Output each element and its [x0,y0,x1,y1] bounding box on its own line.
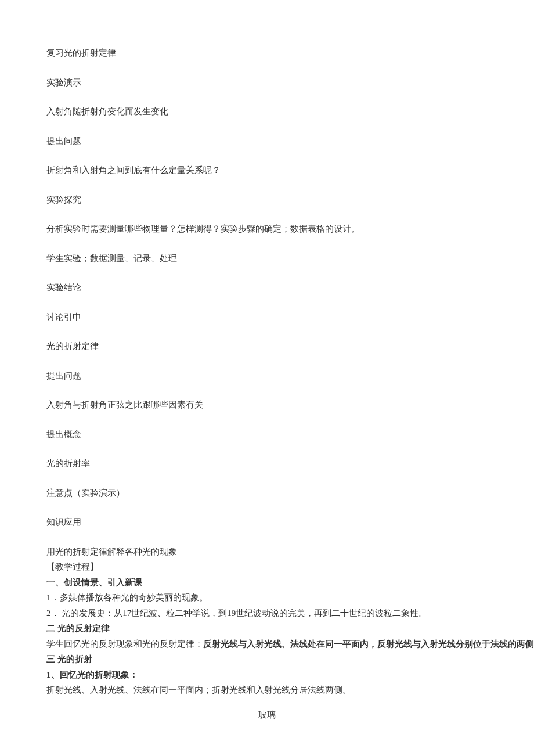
text-line-mixed: 学生回忆光的反射现象和光的反射定律：反射光线与入射光线、法线处在同一平面内，反射… [46,638,488,651]
text-line: 注意点（实验演示） [46,487,488,500]
sub-heading: 1、回忆光的折射现象： [46,668,488,682]
text-line: 2． 光的发展史：从17世纪波、粒二种学说，到19世纪波动说的完美，再到二十世纪… [46,607,488,620]
text-line: 提出问题 [46,135,488,148]
text-line: 提出问题 [46,369,488,383]
text-line: 提出概念 [46,428,488,441]
text-line: 学生实验；数据测量、记录、处理 [46,252,488,265]
text-line: 光的折射率 [46,457,488,470]
text-line: 入射角与折射角正弦之比跟哪些因素有关 [46,398,488,412]
section-heading: 一、创设情景、引入新课 [46,576,488,589]
text-line: 折射光线、入射光线、法线在同一平面内；折射光线和入射光线分居法线两侧。 [46,683,488,697]
text-line: 入射角随折射角变化而发生变化 [46,105,488,118]
text-line: 1．多媒体播放各种光的奇妙美丽的现象。 [46,591,488,604]
text-line: 光的折射定律 [46,340,488,353]
section-marker: 【教学过程】 [46,560,488,574]
text-line: 复习光的折射定律 [46,46,488,60]
text-line: 知识应用 [46,516,488,529]
text-prefix: 学生回忆光的反射现象和光的反射定律： [46,639,203,649]
text-line: 实验结论 [46,281,488,294]
text-line: 折射角和入射角之间到底有什么定量关系呢？ [46,164,488,177]
text-line: 用光的折射定律解释各种光的现象 [46,545,488,559]
text-line: 讨论引申 [46,311,488,324]
text-line: 分析实验时需要测量哪些物理量？怎样测得？实验步骤的确定；数据表格的设计。 [46,222,488,236]
section-heading: 三 光的折射 [46,653,488,666]
section-heading: 二 光的反射定律 [46,622,488,635]
text-line: 实验探究 [46,193,488,207]
text-bold-segment: 反射光线与入射光线、法线处在同一平面内，反射光线与入射光线分别位于法线的两侧；反… [203,639,534,649]
text-line: 实验演示 [46,76,488,89]
figure-label: 玻璃 [46,708,488,722]
